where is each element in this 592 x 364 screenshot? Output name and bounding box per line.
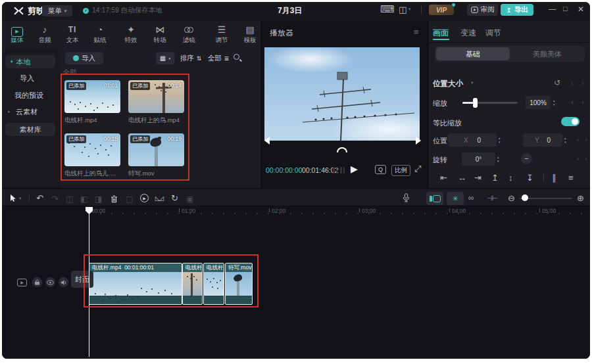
sort-button[interactable]: 排序 ⇅ xyxy=(178,52,203,64)
rotate-icon[interactable]: ↻ xyxy=(171,194,178,202)
tab-speed[interactable]: 变速 xyxy=(460,28,476,39)
rotation-knob[interactable]: – xyxy=(521,153,532,164)
rotation-value-field[interactable]: 0° xyxy=(462,152,495,166)
sidebar-item-presets[interactable]: 我的预设 xyxy=(14,91,43,101)
align-right-icon[interactable]: ⇥ xyxy=(474,173,481,182)
lock-track-button[interactable] xyxy=(32,277,42,287)
linkage-icon[interactable]: ∞ xyxy=(468,193,474,202)
tab-adjust[interactable]: ☰ 调节 xyxy=(207,24,236,45)
align-top-icon[interactable]: ↥ xyxy=(491,173,499,182)
zoom-in-icon[interactable]: ⊕ xyxy=(577,194,584,202)
hide-track-button[interactable] xyxy=(45,277,55,287)
subtab-beauty[interactable]: 美颜美体 xyxy=(511,47,583,60)
sidebar-item-local[interactable]: ▾ 本地 xyxy=(5,55,55,68)
cover-button[interactable]: 封面 xyxy=(71,271,93,288)
uniform-scale-toggle[interactable] xyxy=(561,117,580,126)
align-bottom-icon[interactable]: ↧ xyxy=(526,173,533,182)
align-center-h-icon[interactable]: ↔ xyxy=(458,173,466,182)
review-button[interactable]: 审阅 xyxy=(467,4,498,16)
tab-adjustment[interactable]: 调节 xyxy=(485,28,501,39)
scale-stepper[interactable]: ▴▾ xyxy=(553,97,555,108)
player-menu-icon[interactable]: ≡ xyxy=(414,27,419,37)
record-voiceover-icon[interactable] xyxy=(403,193,410,205)
layout-switch-icon[interactable]: ◫ xyxy=(399,5,407,14)
next-keyframe-icon[interactable]: › xyxy=(585,135,587,143)
prev-keyframe-icon[interactable]: ‹ xyxy=(571,79,574,87)
timeline-clip[interactable]: 电线杆.mp4 00:01:00:01 xyxy=(89,263,182,305)
position-x-stepper[interactable]: ▴▾ xyxy=(499,134,501,146)
mute-track-button[interactable] xyxy=(59,277,68,287)
timeline-clip[interactable]: 电线杆 xyxy=(182,263,203,305)
auto-snap-toggle[interactable]: ✳ xyxy=(447,192,464,205)
next-keyframe-icon[interactable]: › xyxy=(581,79,584,87)
fullscreen-icon[interactable]: ⤢ xyxy=(414,164,421,173)
crop-icon[interactable]: ▢ xyxy=(126,194,133,204)
tab-transition[interactable]: ⋈ 转场 xyxy=(145,24,174,45)
split-icon[interactable]: ◫ xyxy=(66,194,73,204)
timeline-zoom-thumb[interactable] xyxy=(522,194,528,201)
position-x-field[interactable]: X 0 xyxy=(448,133,497,147)
tab-audio[interactable]: ♪ 音频 xyxy=(30,24,59,45)
select-tool-caret-icon[interactable]: ▾ xyxy=(19,196,22,201)
mask-icon[interactable]: ▣ xyxy=(186,194,193,204)
mirror-icon[interactable]: ◺◿ xyxy=(155,195,163,202)
export-button[interactable]: ↥ 导出 xyxy=(501,4,533,16)
trim-right-icon[interactable]: ◨ xyxy=(95,194,102,204)
timeline-clip[interactable]: 电线杆上 xyxy=(203,263,224,305)
media-item-thumbnail[interactable]: 已添加 00:19 xyxy=(128,133,184,166)
media-item-thumbnail[interactable]: 已添加 01:01 xyxy=(64,80,120,113)
video-preview[interactable] xyxy=(264,47,420,141)
distribute-h-icon[interactable]: ∥ xyxy=(552,173,556,182)
maximize-button[interactable]: □ xyxy=(563,5,568,12)
next-keyframe-icon[interactable]: › xyxy=(581,98,584,106)
tab-picture[interactable]: 画面 xyxy=(433,28,449,39)
align-left-icon[interactable]: ⇤ xyxy=(440,173,447,182)
close-button[interactable]: ✕ xyxy=(578,5,584,13)
transform-handle-left[interactable] xyxy=(260,137,270,145)
reset-icon[interactable]: ↺ xyxy=(554,78,560,87)
section-collapse-icon[interactable]: ▾ xyxy=(471,80,474,85)
distribute-v-icon[interactable]: ≡ xyxy=(568,173,574,182)
prev-keyframe-icon[interactable]: ‹ xyxy=(571,98,574,106)
timeline-clip[interactable]: 特写.mov xyxy=(225,263,253,305)
zoom-out-icon[interactable]: ⊖ xyxy=(508,194,515,202)
subtab-basic[interactable]: 基础 xyxy=(436,47,510,60)
transform-handle-right[interactable] xyxy=(416,137,425,145)
filter-all-button[interactable]: 全部 ≣ xyxy=(206,52,231,64)
view-mode-button[interactable]: ▦ ▾ xyxy=(156,52,174,64)
freeze-frame-icon[interactable]: ▶ xyxy=(140,194,149,202)
tab-template[interactable]: ▤ 模板 xyxy=(235,24,264,45)
menu-button[interactable]: 菜单▾ xyxy=(42,5,72,16)
position-y-field[interactable]: Y 0 xyxy=(523,133,562,147)
position-y-stepper[interactable]: ▴▾ xyxy=(564,134,566,146)
delete-icon[interactable] xyxy=(111,194,118,206)
main-track-magnet-toggle[interactable] xyxy=(426,192,443,205)
trim-left-icon[interactable]: ◧ xyxy=(80,194,87,204)
shortcut-keyboard-icon[interactable]: ⌨ xyxy=(380,4,395,14)
align-center-v-icon[interactable]: ↕ xyxy=(508,173,513,182)
rotation-stepper[interactable]: ▴▾ xyxy=(497,153,499,165)
tab-effects[interactable]: ✦ 特效 xyxy=(116,24,145,45)
playhead-line[interactable] xyxy=(89,207,90,357)
undo-icon[interactable]: ↶ xyxy=(36,194,43,202)
focus-frame-button[interactable]: Q xyxy=(375,165,386,174)
prev-keyframe-icon[interactable]: ‹ xyxy=(577,135,580,143)
search-icon[interactable] xyxy=(234,54,239,60)
sidebar-item-cloud[interactable]: 云素材 xyxy=(16,107,37,117)
scale-slider-thumb[interactable] xyxy=(473,98,478,108)
vip-badge[interactable]: VIP xyxy=(429,5,454,15)
sidebar-item-library[interactable]: 素材库 xyxy=(5,123,55,136)
play-button[interactable]: ▶ xyxy=(351,164,358,174)
media-item-thumbnail[interactable]: 已添加 00:15 xyxy=(64,133,120,166)
tab-sticker[interactable]: ◔ 贴纸 xyxy=(86,24,114,45)
tab-filter[interactable]: 滤镜 xyxy=(174,24,203,45)
media-item-thumbnail[interactable]: 已添加 00:14 xyxy=(128,80,184,113)
ratio-button[interactable]: 比例 xyxy=(391,165,410,176)
redo-icon[interactable]: ↷ xyxy=(51,194,59,204)
tab-media[interactable]: ▶ 媒体 xyxy=(3,24,32,45)
next-keyframe-icon[interactable]: › xyxy=(585,154,587,162)
import-button[interactable]: 导入 xyxy=(65,52,103,64)
preview-axis-icon[interactable]: ⊣⊢ xyxy=(487,194,497,202)
prev-keyframe-icon[interactable]: ‹ xyxy=(577,154,580,162)
select-tool-icon[interactable] xyxy=(9,193,16,205)
